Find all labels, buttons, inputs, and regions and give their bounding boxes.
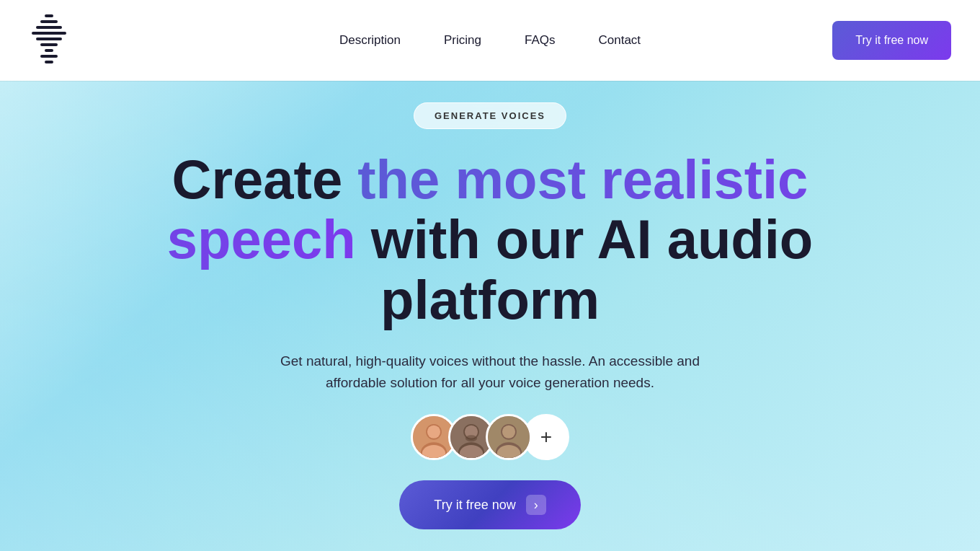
svg-point-23: [502, 426, 515, 438]
svg-rect-5: [40, 43, 58, 46]
hero-content: GENERATE VOICES Create the most realisti…: [94, 102, 886, 530]
svg-rect-0: [45, 14, 53, 17]
hero-cta-label: Try it free now: [434, 498, 515, 513]
nav-link-contact[interactable]: Contact: [598, 33, 641, 48]
logo[interactable]: [29, 12, 69, 69]
generate-voices-badge[interactable]: GENERATE VOICES: [414, 102, 566, 129]
hero-cta-arrow: ›: [526, 495, 546, 515]
hero-title: Create the most realistic speech with ou…: [94, 149, 886, 330]
svg-rect-6: [45, 49, 53, 52]
hero-avatars: +: [411, 414, 569, 460]
svg-point-12: [427, 426, 440, 438]
logo-icon: [29, 12, 69, 69]
nav-cta-button[interactable]: Try it free now: [832, 21, 951, 60]
nav-link-faqs[interactable]: FAQs: [525, 33, 556, 48]
nav-link-pricing[interactable]: Pricing: [444, 33, 481, 48]
svg-rect-3: [32, 32, 66, 35]
svg-rect-7: [40, 55, 58, 58]
hero-title-part1: Create: [172, 149, 358, 210]
svg-point-19: [466, 436, 477, 442]
hero-title-part2: with our AI audio platform: [356, 208, 814, 330]
nav-link-description[interactable]: Description: [339, 33, 401, 48]
svg-rect-4: [36, 38, 62, 40]
hero-subtitle: Get natural, high-quality voices without…: [267, 351, 713, 394]
hero-section: GENERATE VOICES Create the most realisti…: [0, 0, 980, 551]
svg-rect-1: [40, 20, 58, 23]
navbar: Description Pricing FAQs Contact Try it …: [0, 0, 980, 81]
svg-rect-8: [45, 61, 53, 63]
avatar-3: [486, 414, 532, 460]
svg-rect-2: [36, 26, 62, 29]
nav-links: Description Pricing FAQs Contact: [339, 33, 641, 48]
hero-cta-button[interactable]: Try it free now ›: [399, 480, 580, 529]
